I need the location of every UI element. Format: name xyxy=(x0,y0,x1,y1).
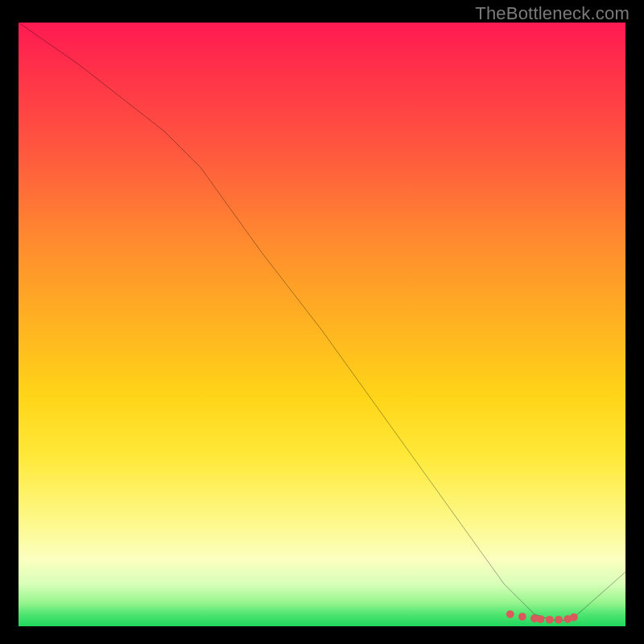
bottleneck-curve xyxy=(19,23,625,621)
optimal-marker xyxy=(570,613,578,621)
chart-root: TheBottleneck.com xyxy=(0,0,644,644)
optimal-range-markers xyxy=(506,610,578,624)
optimal-marker xyxy=(546,616,554,624)
optimal-marker xyxy=(537,615,545,623)
curve-layer xyxy=(19,23,625,626)
plot-area xyxy=(19,23,625,626)
optimal-marker xyxy=(518,613,526,621)
attribution-label: TheBottleneck.com xyxy=(475,3,630,24)
optimal-marker xyxy=(555,616,563,624)
optimal-marker xyxy=(506,610,514,618)
